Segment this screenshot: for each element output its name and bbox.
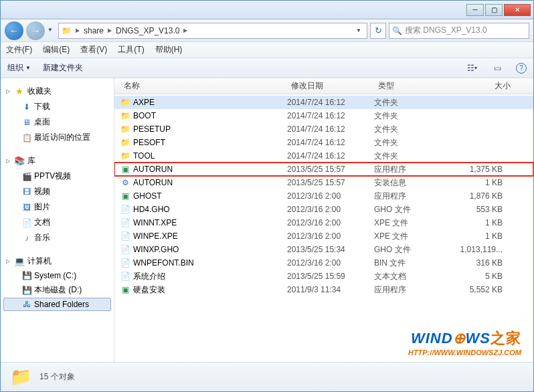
col-type[interactable]: 类型 [374, 80, 448, 92]
sidebar-item-videos[interactable]: 🎞视频 [3, 184, 111, 199]
sidebar-item-shared-folders[interactable]: 🖧Shared Folders [3, 298, 111, 311]
sidebar-item-downloads[interactable]: ⬇下载 [3, 99, 111, 114]
breadcrumb-share[interactable]: share [84, 26, 104, 35]
file-name: PESOFT [133, 138, 165, 147]
folder-icon: 📁 [120, 124, 130, 134]
chevron-right-icon: ▶ [183, 27, 187, 33]
file-row[interactable]: 📄WINNT.XPE2012/3/16 2:00XPE 文件1 KB [114, 216, 533, 229]
col-name[interactable]: 名称 [120, 80, 287, 92]
chevron-right-icon: ▶ [108, 27, 112, 33]
file-row[interactable]: 📁BOOT2014/7/24 16:12文件夹 [114, 109, 533, 122]
file-row[interactable]: ▣硬盘安装2011/9/3 11:34应用程序5,552 KB [114, 283, 533, 296]
exe-icon: ▣ [120, 164, 130, 175]
file-size: 1 KB [448, 218, 515, 227]
file-row[interactable]: 📄HD4.GHO2012/3/16 2:00GHO 文件553 KB [114, 203, 533, 216]
favorites-head[interactable]: ▷★收藏夹 [3, 84, 111, 99]
sidebar-item-drive-c[interactable]: 💾System (C:) [3, 269, 111, 282]
file-size: 1 KB [448, 231, 515, 241]
menu-view[interactable]: 查看(V) [80, 44, 107, 56]
file-date: 2014/7/24 16:12 [287, 138, 374, 147]
file-size: 1,013,119... [448, 245, 515, 254]
file-size: 1 KB [448, 178, 515, 187]
col-size[interactable]: 大小 [448, 80, 515, 92]
file-type: XPE 文件 [374, 231, 448, 242]
col-date[interactable]: 修改日期 [287, 80, 374, 92]
file-row[interactable]: 📁TOOL2014/7/24 16:12文件夹 [114, 149, 533, 163]
minimize-button[interactable]: ─ [466, 4, 484, 16]
status-bar: 📁 15 个对象 [1, 362, 533, 391]
sidebar-item-recent[interactable]: 📋最近访问的位置 [3, 130, 111, 145]
file-row[interactable]: ▣AUTORUN2013/5/25 15:57应用程序1,375 KB [114, 163, 533, 176]
sidebar-item-music[interactable]: ♪音乐 [3, 230, 111, 246]
address-bar[interactable]: 📁 ▶ share ▶ DNGS_XP_V13.0 ▶ ▼ [58, 23, 367, 39]
file-type: 文本文档 [374, 271, 448, 282]
file-size: 5,552 KB [448, 285, 515, 294]
breadcrumb-current[interactable]: DNGS_XP_V13.0 [116, 26, 179, 35]
file-name: HD4.GHO [133, 205, 170, 214]
search-input[interactable]: 🔍 搜索 DNGS_XP_V13.0 [389, 23, 529, 39]
search-icon: 🔍 [392, 26, 402, 35]
address-drop[interactable]: ▼ [353, 27, 364, 33]
file-row[interactable]: 📄系统介绍2013/5/25 15:59文本文档5 KB [114, 270, 533, 283]
file-date: 2012/3/16 2:00 [287, 205, 374, 214]
file-row[interactable]: 📁PESOFT2014/7/24 16:12文件夹 [114, 136, 533, 149]
folder-icon: 📁 [120, 110, 130, 121]
new-folder-button[interactable]: 新建文件夹 [43, 62, 83, 74]
help-icon[interactable]: ? [516, 63, 527, 74]
watermark: WIND⊕WS之家 HTTP://WWW.WINDOWSZJ.COM [408, 328, 521, 357]
computer-head[interactable]: ▷💻计算机 [3, 254, 111, 269]
sidebar-item-pptv[interactable]: 🎬PPTV视频 [3, 169, 111, 184]
file-list: 📁AXPE2014/7/24 16:12文件夹📁BOOT2014/7/24 16… [114, 94, 533, 362]
file-date: 2014/7/24 16:12 [287, 151, 374, 161]
file-icon: 📄 [120, 217, 130, 228]
refresh-button[interactable]: ↻ [370, 23, 386, 39]
file-name: TOOL [133, 151, 155, 161]
file-row[interactable]: ▣GHOST2012/3/16 2:00应用程序1,876 KB [114, 189, 533, 203]
file-name: WNPEFONT.BIN [133, 258, 194, 268]
explorer-window: ─ ▢ ✕ ← → ▼ 📁 ▶ share ▶ DNGS_XP_V13.0 ▶ … [0, 0, 534, 392]
toolbar: 组织 ▼ 新建文件夹 ☷ ▾ ▭ ? [1, 58, 533, 78]
file-row[interactable]: 📄WINPE.XPE2012/3/16 2:00XPE 文件1 KB [114, 229, 533, 243]
inf-icon: ⚙ [120, 177, 130, 188]
file-date: 2011/9/3 11:34 [287, 285, 374, 294]
maximize-button[interactable]: ▢ [485, 4, 503, 16]
file-name: GHOST [133, 191, 162, 201]
menu-file[interactable]: 文件(F) [6, 44, 32, 56]
preview-pane-button[interactable]: ▭ [491, 62, 504, 75]
file-row[interactable]: ⚙AUTORUN2013/5/25 15:57安装信息1 KB [114, 176, 533, 189]
menu-edit[interactable]: 编辑(E) [43, 44, 70, 56]
back-button[interactable]: ← [5, 21, 23, 40]
exe-icon: ▣ [120, 191, 130, 201]
forward-button[interactable]: → [26, 21, 45, 40]
file-row[interactable]: 📁PESETUP2014/7/24 16:12文件夹 [114, 122, 533, 136]
view-mode-button[interactable]: ☷ ▾ [465, 62, 478, 75]
file-type: 文件夹 [374, 151, 448, 162]
menu-help[interactable]: 帮助(H) [155, 44, 183, 56]
menu-tool[interactable]: 工具(T) [118, 44, 144, 56]
libraries-label: 库 [27, 155, 35, 167]
file-type: 文件夹 [374, 124, 448, 135]
file-name: PESETUP [133, 124, 171, 134]
nav-history-drop[interactable]: ▼ [48, 27, 56, 35]
file-type: XPE 文件 [374, 217, 448, 229]
file-type: BIN 文件 [374, 258, 448, 269]
sidebar-item-desktop[interactable]: 🖥桌面 [3, 114, 111, 130]
sidebar-item-pictures[interactable]: 🖼图片 [3, 199, 111, 215]
file-row[interactable]: 📄WNPEFONT.BIN2012/3/16 2:00BIN 文件316 KB [114, 256, 533, 270]
nav-favorites: ▷★收藏夹 ⬇下载 🖥桌面 📋最近访问的位置 [3, 84, 111, 145]
file-date: 2014/7/24 16:12 [287, 111, 374, 120]
close-button[interactable]: ✕ [504, 4, 531, 16]
organize-button[interactable]: 组织 ▼ [7, 62, 31, 74]
libraries-head[interactable]: ▷📚库 [3, 153, 111, 169]
nav-bar: ← → ▼ 📁 ▶ share ▶ DNGS_XP_V13.0 ▶ ▼ ↻ 🔍 … [1, 19, 533, 42]
file-row[interactable]: 📄WINXP.GHO2013/5/25 15:34GHO 文件1,013,119… [114, 243, 533, 256]
file-type: 应用程序 [374, 284, 448, 296]
watermark-url: HTTP://WWW.WINDOWSZJ.COM [408, 349, 521, 357]
folder-icon: 📁 [120, 137, 130, 148]
file-row[interactable]: 📁AXPE2014/7/24 16:12文件夹 [114, 96, 533, 109]
file-name: 硬盘安装 [133, 284, 165, 296]
status-count: 15 个对象 [39, 371, 75, 383]
sidebar-item-drive-d[interactable]: 💾本地磁盘 (D:) [3, 282, 111, 298]
sidebar-item-documents[interactable]: 📄文档 [3, 215, 111, 230]
file-date: 2012/3/16 2:00 [287, 191, 374, 201]
